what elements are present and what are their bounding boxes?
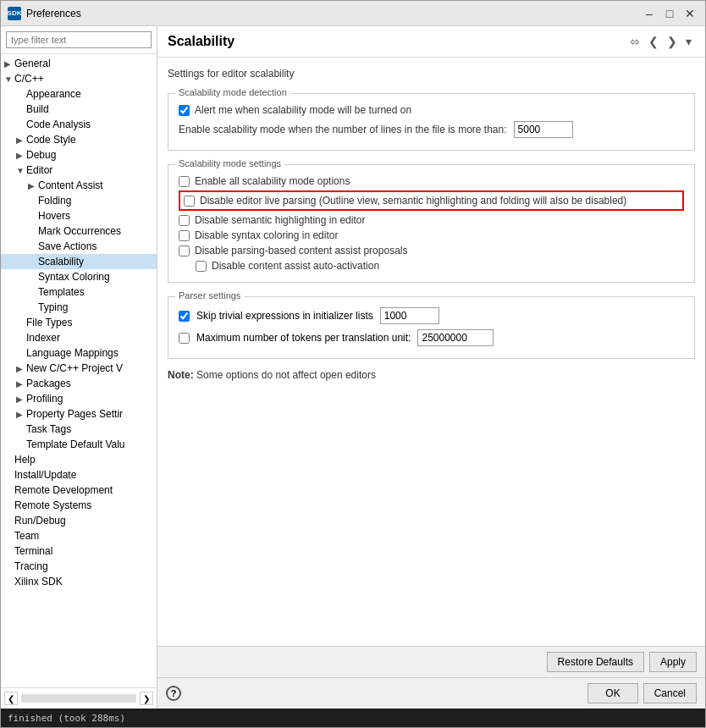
- tree-item-hovers[interactable]: Hovers: [1, 208, 157, 223]
- tree-item-cpp[interactable]: ▼ C/C++: [1, 71, 157, 86]
- tree-item-run-debug[interactable]: Run/Debug: [1, 513, 157, 528]
- disable-content-assist-checkbox[interactable]: [196, 261, 207, 272]
- tree-item-mark-occurrences[interactable]: Mark Occurrences: [1, 223, 157, 239]
- note-text: Note: Some options do not affect open ed…: [168, 369, 695, 381]
- maximize-button[interactable]: □: [661, 5, 678, 22]
- tree-item-code-analysis[interactable]: Code Analysis: [1, 117, 157, 132]
- disable-parsing-checkbox[interactable]: [179, 245, 190, 256]
- help-icon[interactable]: ?: [166, 686, 181, 701]
- tree-item-team[interactable]: Team: [1, 528, 157, 543]
- tree-item-build[interactable]: Build: [1, 102, 157, 117]
- disable-content-assist-label[interactable]: Disable content assist auto-activation: [212, 260, 379, 272]
- scroll-right-button[interactable]: ❯: [140, 692, 153, 705]
- tree-item-label: Tracing: [14, 560, 48, 572]
- disable-syntax-label[interactable]: Disable syntax coloring in editor: [195, 229, 338, 241]
- tree-item-label: Scalability: [38, 256, 84, 267]
- tree-item-property-pages[interactable]: ▶ Property Pages Settir: [1, 406, 157, 422]
- nav-forward-button[interactable]: ⬄: [626, 33, 643, 50]
- disable-parsing-label[interactable]: Disable parsing-based content assist pro…: [195, 245, 407, 256]
- close-button[interactable]: ✕: [681, 5, 698, 22]
- tree-item-scalability[interactable]: Scalability: [1, 254, 157, 269]
- enable-all-label[interactable]: Enable all scalability mode options: [195, 175, 350, 187]
- tree-item-editor[interactable]: ▼ Editor: [1, 163, 157, 178]
- terminal-bar: finished (took 288ms): [1, 709, 705, 727]
- alert-label[interactable]: Alert me when scalability mode will be t…: [195, 104, 411, 116]
- tree-item-debug[interactable]: ▶ Debug: [1, 147, 157, 163]
- main-content: ▶ General ▼ C/C++ Appearance Build: [1, 26, 705, 709]
- tree-item-label: Code Style: [26, 134, 76, 146]
- disable-semantic-label[interactable]: Disable semantic highlighting in editor: [195, 214, 365, 226]
- tree-item-task-tags[interactable]: Task Tags: [1, 422, 157, 437]
- bottom-bar: Restore Defaults Apply: [157, 646, 705, 677]
- tree-item-xilinx[interactable]: Xilinx SDK: [1, 574, 157, 589]
- tree-item-content-assist[interactable]: ▶ Content Assist: [1, 178, 157, 193]
- skip-trivial-input[interactable]: 1000: [380, 307, 439, 324]
- disable-live-parsing-checkbox[interactable]: [184, 196, 195, 207]
- disable-syntax-checkbox[interactable]: [179, 230, 190, 241]
- nav-next-button[interactable]: ❯: [664, 33, 681, 50]
- tree-item-template-default[interactable]: Template Default Valu: [1, 437, 157, 452]
- tree-item-remote-systems[interactable]: Remote Systems: [1, 498, 157, 513]
- minimize-button[interactable]: –: [641, 5, 658, 22]
- skip-trivial-row: Skip trivial expressions in initializer …: [179, 307, 684, 324]
- max-tokens-row: Maximum number of tokens per translation…: [179, 329, 684, 346]
- tree-item-indexer[interactable]: Indexer: [1, 330, 157, 345]
- parser-settings-box: Parser settings Skip trivial expressions…: [168, 296, 695, 359]
- cancel-button[interactable]: Cancel: [643, 683, 697, 703]
- tree-item-install-update[interactable]: Install/Update: [1, 467, 157, 483]
- expand-arrow: ▶: [16, 151, 26, 160]
- scalability-settings-box: Scalability mode settings Enable all sca…: [168, 164, 695, 283]
- tree-item-label: Remote Systems: [14, 499, 91, 511]
- parser-section-title: Parser settings: [175, 290, 244, 301]
- disable-live-parsing-row: Disable editor live parsing (Outline vie…: [179, 190, 684, 211]
- tree-item-packages[interactable]: ▶ Packages: [1, 376, 157, 391]
- tree-item-help[interactable]: Help: [1, 452, 157, 467]
- enable-all-checkbox[interactable]: [179, 176, 190, 187]
- tree-item-terminal[interactable]: Terminal: [1, 543, 157, 559]
- tree-item-language-mappings[interactable]: Language Mappings: [1, 345, 157, 361]
- expand-arrow: ▼: [16, 166, 26, 175]
- tree-item-label: Appearance: [26, 88, 81, 100]
- left-panel-bottom: ❮ ❯: [1, 687, 157, 709]
- detection-section-title: Scalability mode detection: [175, 87, 290, 97]
- disable-live-parsing-label[interactable]: Disable editor live parsing (Outline vie…: [200, 195, 626, 207]
- window-title: Preferences: [26, 8, 636, 19]
- tree-item-tracing[interactable]: Tracing: [1, 559, 157, 574]
- terminal-text: finished (took 288ms): [8, 713, 125, 724]
- app-icon-label: SDK: [8, 9, 22, 17]
- alert-row: Alert me when scalability mode will be t…: [179, 104, 684, 116]
- disable-semantic-checkbox[interactable]: [179, 215, 190, 226]
- nav-back-button[interactable]: ❮: [645, 33, 662, 50]
- tree-item-code-style[interactable]: ▶ Code Style: [1, 132, 157, 147]
- tree-item-remote-development[interactable]: Remote Development: [1, 483, 157, 498]
- tree-item-new-cpp[interactable]: ▶ New C/C++ Project V: [1, 361, 157, 376]
- max-tokens-checkbox[interactable]: [179, 333, 190, 344]
- right-header: Scalability ⬄ ❮ ❯ ▾: [157, 26, 705, 58]
- tree-item-file-types[interactable]: File Types: [1, 315, 157, 330]
- alert-checkbox[interactable]: [179, 105, 190, 116]
- tree: ▶ General ▼ C/C++ Appearance Build: [1, 54, 157, 687]
- skip-trivial-checkbox[interactable]: [179, 311, 190, 322]
- window-controls: – □ ✕: [641, 5, 698, 22]
- apply-button[interactable]: Apply: [649, 652, 697, 672]
- max-tokens-input[interactable]: 25000000: [417, 329, 494, 346]
- tree-item-templates[interactable]: Templates: [1, 284, 157, 300]
- scroll-left-button[interactable]: ❮: [4, 692, 18, 705]
- restore-defaults-button[interactable]: Restore Defaults: [547, 652, 644, 672]
- lines-input[interactable]: 5000: [514, 121, 573, 138]
- skip-trivial-label[interactable]: Skip trivial expressions in initializer …: [196, 310, 373, 322]
- tree-item-label: Debug: [26, 149, 56, 161]
- search-input[interactable]: [6, 31, 152, 48]
- tree-item-label: Xilinx SDK: [14, 576, 63, 587]
- tree-item-syntax-coloring[interactable]: Syntax Coloring: [1, 269, 157, 284]
- tree-item-general[interactable]: ▶ General: [1, 56, 157, 71]
- max-tokens-label[interactable]: Maximum number of tokens per translation…: [196, 332, 411, 344]
- note-label: Note:: [168, 369, 194, 381]
- nav-dropdown-button[interactable]: ▾: [682, 33, 695, 50]
- tree-item-folding[interactable]: Folding: [1, 193, 157, 208]
- tree-item-save-actions[interactable]: Save Actions: [1, 239, 157, 254]
- tree-item-profiling[interactable]: ▶ Profiling: [1, 391, 157, 406]
- tree-item-typing[interactable]: Typing: [1, 300, 157, 315]
- tree-item-appearance[interactable]: Appearance: [1, 86, 157, 102]
- ok-button[interactable]: OK: [587, 683, 637, 703]
